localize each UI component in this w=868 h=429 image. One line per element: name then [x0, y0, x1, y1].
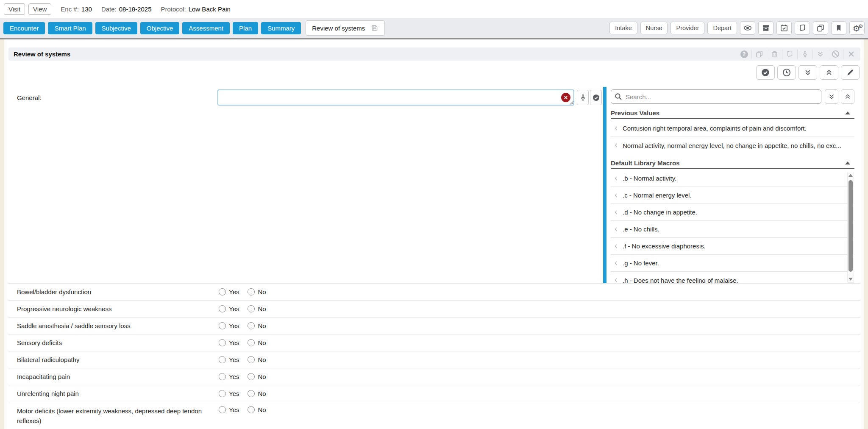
nav-tab-button[interactable]: Summary	[261, 22, 301, 34]
macro-item[interactable]: .c - Normal energy level.	[611, 187, 854, 204]
radio-yes[interactable]: Yes	[219, 322, 239, 329]
confirm-field-button[interactable]	[590, 90, 602, 105]
radio-circle-icon	[219, 339, 226, 346]
book-icon[interactable]	[782, 50, 798, 59]
question-label: Sensory deficits	[17, 338, 216, 348]
panel-collapse-down-button[interactable]	[825, 89, 838, 104]
radio-yes[interactable]: Yes	[219, 390, 239, 397]
macro-item[interactable]: .f - No excessive diaphoresis.	[611, 238, 854, 255]
radio-no[interactable]: No	[248, 305, 266, 312]
stage-button[interactable]: Intake	[609, 22, 637, 34]
nav-tab-button[interactable]: Plan	[233, 22, 258, 34]
collapse-triangle-icon[interactable]	[845, 111, 850, 114]
macro-scrollbar[interactable]	[847, 172, 854, 283]
view-button[interactable]: View	[28, 3, 51, 15]
eye-button[interactable]	[740, 21, 755, 35]
stage-buttons: IntakeNurseProviderDepart	[609, 22, 737, 34]
radio-no[interactable]: No	[248, 406, 266, 413]
radio-yes[interactable]: Yes	[219, 356, 239, 363]
radio-circle-icon	[219, 322, 226, 329]
yes-no-group: Yes No	[219, 322, 266, 329]
trash-icon[interactable]	[767, 50, 782, 59]
radio-circle-icon	[248, 322, 255, 329]
save-icon	[371, 24, 378, 32]
calendar-check-icon	[780, 24, 788, 32]
resize-handle-icon[interactable]	[569, 100, 574, 105]
macro-item[interactable]: .b - Normal activity.	[611, 170, 854, 187]
question-label: Motor deficits (lower extremity weakness…	[17, 406, 216, 426]
search-input[interactable]	[611, 89, 821, 104]
radio-no[interactable]: No	[248, 373, 266, 380]
nav-tab-button[interactable]: Encounter	[3, 22, 45, 34]
general-input[interactable]	[217, 89, 574, 106]
question-row: Saddle anesthesia / saddle sensory loss …	[8, 317, 860, 334]
previous-value-item[interactable]: Normal activity, normal energy level, no…	[611, 137, 854, 154]
collapse-triangle-icon[interactable]	[845, 162, 850, 164]
radio-no[interactable]: No	[248, 356, 266, 363]
nav-tab-button[interactable]: Subjective	[95, 22, 137, 34]
nav-tab-button[interactable]: Objective	[140, 22, 180, 34]
radio-no[interactable]: No	[248, 288, 266, 295]
visit-button[interactable]: Visit	[4, 3, 25, 15]
stage-button[interactable]: Provider	[670, 22, 704, 34]
scrollbar-thumb[interactable]	[849, 180, 853, 272]
stage-button[interactable]: Nurse	[640, 22, 668, 34]
radio-no[interactable]: No	[248, 339, 266, 346]
radio-yes[interactable]: Yes	[219, 288, 239, 295]
previous-value-item[interactable]: Contusion right temporal area, complaint…	[611, 120, 854, 137]
top-bar: Visit View Enc #: 130 Date: 08-18-2025 P…	[0, 0, 868, 18]
question-row: Unrelenting night pain Yes No	[8, 385, 860, 402]
stage-button[interactable]: Depart	[707, 22, 737, 34]
radio-no[interactable]: No	[248, 390, 266, 397]
toolbar-divider	[0, 38, 868, 39]
pencil-button[interactable]	[841, 65, 860, 80]
toolbar-right-group: IntakeNurseProviderDepart	[609, 21, 865, 35]
help-icon[interactable]	[737, 50, 752, 59]
insert-left-icon	[613, 176, 619, 181]
double-chevron-up-button[interactable]	[820, 65, 838, 80]
microphone-icon[interactable]	[798, 50, 813, 59]
yes-no-group: Yes No	[219, 305, 266, 312]
radio-no[interactable]: No	[248, 322, 266, 329]
calendar-check-button[interactable]	[776, 21, 792, 35]
radio-circle-icon	[248, 373, 255, 380]
archive-button[interactable]	[758, 21, 773, 35]
macro-item[interactable]: .e - No chills.	[611, 221, 854, 238]
nav-tab-button[interactable]: Smart Plan	[48, 22, 92, 34]
macro-item[interactable]: .d - No change in appetite.	[611, 204, 854, 221]
double-chevron-down-icon[interactable]	[813, 50, 828, 59]
main-toolbar: EncounterSmart PlanSubjectiveObjectiveAs…	[0, 18, 868, 38]
book-button[interactable]	[795, 21, 810, 35]
radio-yes[interactable]: Yes	[219, 305, 239, 312]
insert-left-icon	[613, 125, 619, 131]
double-chevron-down-button[interactable]	[798, 65, 817, 80]
radio-yes[interactable]: Yes	[219, 373, 239, 380]
panel-collapse-up-button[interactable]	[841, 89, 854, 104]
scroll-down-icon[interactable]	[849, 278, 853, 281]
insert-left-icon	[613, 277, 619, 283]
dictate-button[interactable]	[577, 90, 589, 105]
nav-tab-button[interactable]: Assessment	[182, 22, 230, 34]
radio-circle-icon	[219, 305, 226, 312]
macro-item[interactable]: .g - No fever.	[611, 255, 854, 272]
tab-review-of-systems[interactable]: Review of systems	[306, 20, 385, 36]
radio-yes[interactable]: Yes	[219, 406, 239, 413]
bookmark-button[interactable]	[831, 21, 846, 35]
macro-list: .b - Normal activity. .c - Normal energy…	[611, 170, 854, 283]
macro-item[interactable]: .h - Does not have the feeling of malais…	[611, 272, 854, 283]
check-circle-button[interactable]	[756, 65, 775, 80]
ban-icon[interactable]	[828, 50, 843, 59]
insert-left-icon	[613, 192, 619, 198]
double-chevron-up-icon	[844, 93, 851, 100]
copy-icon[interactable]	[752, 50, 767, 59]
copy-button[interactable]	[813, 21, 828, 35]
settings-button[interactable]: ⚙⚙	[849, 21, 865, 35]
clock-button[interactable]	[777, 65, 796, 80]
radio-circle-icon	[248, 305, 255, 312]
yes-no-group: Yes No	[219, 373, 266, 380]
scroll-up-icon[interactable]	[849, 174, 853, 177]
close-icon[interactable]	[843, 50, 859, 59]
microphone-icon	[579, 94, 587, 102]
question-label: Bowel/bladder dysfunction	[17, 287, 216, 297]
radio-yes[interactable]: Yes	[219, 339, 239, 346]
